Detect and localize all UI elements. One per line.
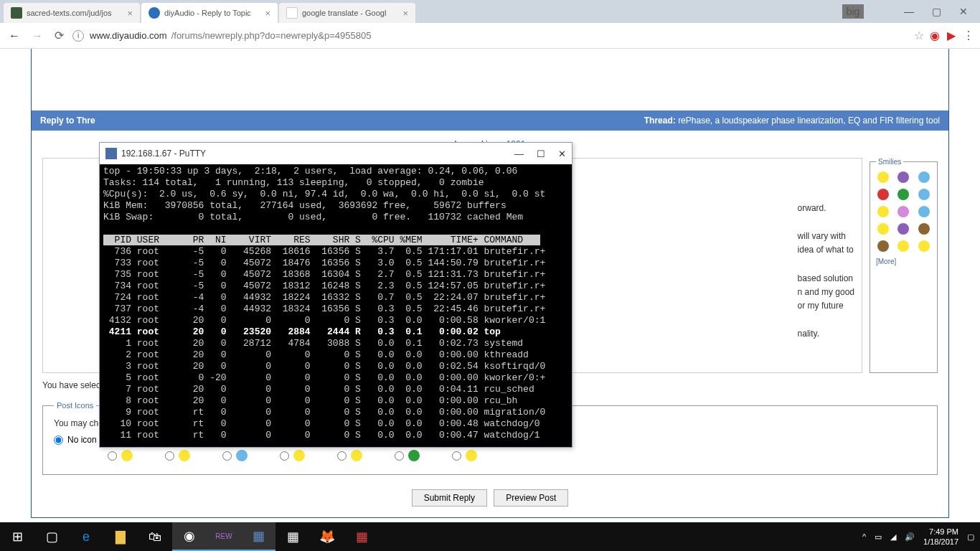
smilies-panel: Smilies [ [870, 158, 938, 373]
smilie-icon[interactable] [897, 223, 909, 235]
submit-row: Submit Reply Preview Post [32, 479, 948, 517]
minimize-icon[interactable]: — [898, 6, 920, 17]
address-bar: ← → ⟳ i www.diyaudio.com/forums/newreply… [0, 23, 980, 49]
icon-option[interactable] [108, 450, 133, 461]
smilie-icon[interactable] [877, 240, 889, 252]
smilie-icon[interactable] [877, 206, 889, 217]
menu-icon[interactable]: ⋮ [963, 29, 974, 42]
term-line: KiB Swap: 0 total, 0 used, 0 free. 11073… [103, 212, 523, 222]
favicon-icon [149, 7, 160, 19]
chrome-icon[interactable]: ◉ [172, 522, 207, 551]
putty-titlebar[interactable]: 192.168.1.67 - PuTTY — ☐ ✕ [100, 143, 572, 164]
putty-icon[interactable]: ▦ [241, 522, 275, 551]
notifications-icon[interactable]: ▢ [967, 532, 974, 542]
tab-title: sacred-texts.com/jud/jos [27, 9, 112, 17]
smilie-icon[interactable] [918, 206, 930, 217]
preview-button[interactable]: Preview Post [494, 489, 568, 507]
app-icon[interactable]: ▦ [275, 522, 310, 551]
radio-input[interactable] [280, 451, 289, 461]
icon-option[interactable] [280, 450, 305, 461]
explorer-icon[interactable]: ▇ [103, 522, 138, 551]
window-controls: big — ▢ ✕ [842, 0, 980, 23]
radio-input[interactable] [452, 451, 461, 461]
tab-title: diyAudio - Reply to Topic [164, 9, 251, 17]
text-fragment: nality. [798, 327, 854, 341]
close-icon[interactable]: × [265, 8, 270, 19]
smilie-icon[interactable] [897, 189, 909, 200]
icon-option[interactable] [337, 450, 362, 461]
browser-tab-strip: sacred-texts.com/jud/jos × diyAudio - Re… [0, 0, 980, 23]
close-window-icon[interactable]: ✕ [953, 6, 974, 17]
radio-input[interactable] [165, 451, 174, 461]
smilie-icon[interactable] [918, 223, 930, 235]
lightbulb-icon [351, 450, 362, 461]
smilie-icon[interactable] [877, 223, 889, 235]
start-button[interactable]: ⊞ [0, 522, 34, 551]
reload-button[interactable]: ⟳ [52, 26, 67, 45]
store-icon[interactable]: 🛍 [138, 522, 172, 551]
term-row: 11 root rt 0 0 0 0 S 0.0 0.0 0:00.47 wat… [103, 430, 545, 441]
back-button[interactable]: ← [6, 27, 23, 45]
date-text: 1/18/2017 [923, 537, 958, 547]
radio-input[interactable] [395, 451, 404, 461]
icon-option[interactable] [452, 450, 477, 461]
smilie-icon[interactable] [918, 189, 930, 200]
url-input[interactable]: www.diyaudio.com/forums/newreply.php?do=… [90, 30, 908, 41]
tab-google-translate[interactable]: google translate - Googl × [279, 3, 415, 23]
maximize-icon[interactable]: ▢ [925, 6, 947, 17]
tray-chevron-icon[interactable]: ^ [862, 532, 866, 541]
edge-icon[interactable]: e [69, 522, 103, 551]
url-path: /forums/newreply.php?do=newreply&p=49558… [171, 30, 372, 41]
smilie-icon[interactable] [918, 171, 930, 183]
smilie-icon[interactable] [897, 206, 909, 217]
icon-option[interactable] [165, 450, 190, 461]
smilie-icon[interactable] [877, 189, 889, 200]
close-icon[interactable]: × [402, 8, 408, 19]
maximize-icon[interactable]: ☐ [537, 149, 545, 159]
extension-icon[interactable]: ◉ [930, 29, 940, 42]
term-row: 735 root -5 0 45072 18368 16304 S 2.7 0.… [103, 269, 545, 280]
label: No icon [67, 435, 97, 445]
minimize-icon[interactable]: — [514, 149, 524, 159]
volume-icon[interactable]: 🔊 [905, 532, 915, 542]
battery-icon[interactable]: ▭ [875, 532, 882, 542]
site-info-icon[interactable]: i [72, 30, 84, 42]
bookmark-icon[interactable]: ☆ [914, 29, 924, 42]
wifi-icon[interactable]: ◢ [890, 532, 896, 542]
term-row: 1 root 20 0 28712 4784 3088 S 0.0 0.1 0:… [103, 338, 545, 349]
icon-option[interactable] [395, 450, 420, 461]
tab-diyaudio[interactable]: diyAudio - Reply to Topic × [141, 3, 278, 23]
close-icon[interactable]: × [127, 8, 133, 19]
extension-icon[interactable]: ▶ [947, 29, 956, 42]
reply-label: Reply to Thre [40, 116, 95, 126]
term-row: 733 root -5 0 45072 18476 16356 S 3.0 0.… [103, 258, 545, 268]
radio-input[interactable] [54, 435, 63, 445]
close-icon[interactable]: ✕ [558, 149, 566, 159]
text-fragment: n and my good [798, 286, 854, 299]
gimp-icon[interactable]: 🦊 [310, 522, 344, 551]
smilie-icon[interactable] [897, 240, 909, 252]
radio-input[interactable] [222, 451, 232, 461]
smilie-icon[interactable] [897, 171, 909, 183]
radio-input[interactable] [108, 451, 117, 461]
post-icons-legend: Post Icons [54, 401, 96, 410]
smilies-legend: Smilies [876, 158, 903, 166]
clock[interactable]: 7:49 PM 1/18/2017 [923, 527, 958, 547]
user-badge[interactable]: big [842, 4, 864, 19]
putty-window[interactable]: 192.168.1.67 - PuTTY — ☐ ✕ top - 19:50:3… [99, 142, 573, 448]
rew-icon[interactable]: REW [207, 522, 241, 551]
term-row: 8 root 20 0 0 0 0 S 0.0 0.0 0:00.00 rcu_… [103, 395, 545, 406]
icon-option[interactable] [222, 450, 248, 461]
new-tab-button[interactable] [420, 9, 435, 23]
favicon-icon [286, 7, 298, 19]
radio-input[interactable] [337, 451, 347, 461]
no-icon-option[interactable]: No icon [54, 435, 97, 445]
app-icon[interactable]: ▦ [344, 522, 379, 551]
terminal-output[interactable]: top - 19:50:33 up 3 days, 2:18, 2 users,… [100, 164, 572, 447]
submit-button[interactable]: Submit Reply [412, 489, 487, 507]
smilie-icon[interactable] [877, 171, 889, 183]
smilie-icon[interactable] [918, 240, 930, 252]
more-smilies-link[interactable]: [More] [876, 258, 931, 265]
tab-sacred-texts[interactable]: sacred-texts.com/jud/jos × [4, 3, 140, 23]
task-view-button[interactable]: ▢ [34, 522, 69, 551]
